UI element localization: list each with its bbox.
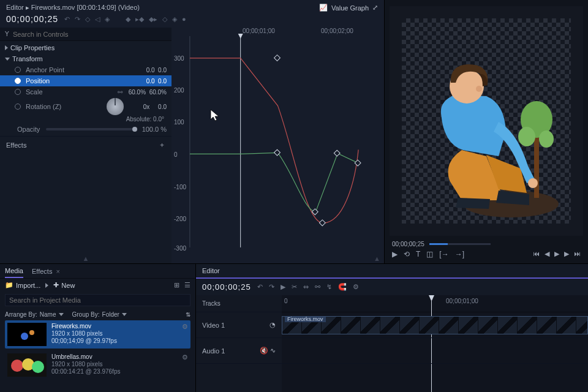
rotation-row[interactable]: Rotation (Z) 0x 0.0 — [0, 97, 172, 116]
svg-point-13 — [539, 130, 554, 148]
svg-rect-7 — [334, 150, 340, 156]
mouse-cursor-icon — [209, 108, 222, 122]
blade-icon[interactable]: ✂ — [292, 283, 297, 291]
kf-tool1-icon[interactable]: ◆ — [126, 15, 130, 23]
link-icon[interactable]: ⚯ — [315, 283, 320, 291]
svg-point-23 — [32, 361, 44, 373]
track-video-1[interactable]: Video 1 ◔ — [196, 312, 282, 338]
clip-properties-row[interactable]: Clip Properties — [0, 42, 172, 53]
timeline-clip-fireworks[interactable]: Fireworks.mov — [282, 316, 588, 334]
redo-icon[interactable]: ↷ — [269, 283, 274, 291]
gear-icon[interactable]: ⚙ — [182, 323, 188, 346]
grid-view-icon[interactable]: ⊞ — [174, 281, 179, 289]
timeline-tick: 0 — [284, 298, 288, 304]
svg-point-12 — [518, 127, 535, 146]
editor-panel: Editor ▸ Fireworks.mov [00:00:14:09] (Vi… — [0, 0, 385, 263]
eye-icon[interactable]: ◔ — [270, 321, 276, 329]
media-thumbnail — [7, 323, 47, 346]
timeline-header: Editor — [196, 264, 588, 279]
play-icon[interactable]: ▶ — [392, 250, 398, 258]
kf-nav-icon[interactable]: ◇ — [85, 15, 90, 23]
keyframe-toggle-icon[interactable] — [15, 104, 21, 110]
controls-column: 𝖸 Clip Properties Transform Anchor Point — [0, 28, 172, 263]
scale-row[interactable]: Scale ⚯ 60.0% 60.0% — [0, 86, 172, 97]
undo-icon[interactable]: ↶ — [257, 283, 263, 291]
effects-row[interactable]: Effects ＋ — [0, 136, 172, 153]
timeline-track-area[interactable]: 0 00;00;01;00 Fireworks.mov — [282, 295, 588, 392]
kf-add-icon[interactable]: ◈ — [105, 15, 110, 23]
controls-search-input[interactable] — [13, 31, 167, 38]
add-effect-icon[interactable]: ＋ — [159, 140, 165, 149]
timeline-panel: Editor 00;00;00;25 ↶ ↷ ▶ ✂ ⇔ ⚯ ↯ 🧲 ⚙ Tra… — [196, 264, 588, 392]
anchor-point-row[interactable]: Anchor Point 0.0 0.0 — [0, 64, 172, 75]
preview-viewport[interactable] — [390, 6, 583, 236]
opacity-slider[interactable] — [46, 128, 135, 130]
tab-media[interactable]: Media — [5, 265, 23, 278]
snap-icon[interactable]: ↯ — [326, 283, 332, 291]
svg-rect-3 — [274, 55, 281, 61]
filter-icon[interactable]: 𝖸 — [5, 30, 9, 38]
time-tick: 00;00;01;00 — [243, 28, 275, 34]
graph-icon: 📈 — [319, 4, 328, 12]
link-icon[interactable]: ⚯ — [118, 89, 123, 96]
loop-icon[interactable]: ⟲ — [404, 250, 410, 258]
new-button[interactable]: ✚ New — [53, 281, 75, 289]
svg-rect-6 — [319, 220, 325, 226]
keyframe-toggle-icon[interactable] — [15, 89, 21, 95]
editor-timecode[interactable]: 00;00;00;25 — [6, 14, 58, 24]
import-button[interactable]: 📁 Import... — [5, 281, 40, 289]
preview-progress[interactable] — [429, 243, 491, 245]
kf-tool6-icon[interactable]: ● — [182, 15, 186, 23]
gear-icon[interactable]: ⚙ — [353, 283, 359, 291]
expand-icon[interactable]: ⤢ — [372, 4, 378, 12]
keyframe-active-icon[interactable] — [15, 78, 21, 84]
goto-start-icon[interactable]: ⏮ — [533, 250, 540, 258]
mute-icon[interactable]: 🔇 — [260, 347, 268, 354]
tab-effects[interactable]: Effects — [32, 265, 52, 277]
media-search-input[interactable] — [5, 294, 190, 306]
crop-icon[interactable]: ◫ — [426, 250, 433, 258]
waveform-icon[interactable]: ∿ — [270, 347, 276, 354]
kf-tool4-icon[interactable]: ◇ — [162, 15, 167, 23]
undo-icon[interactable]: ↶ — [64, 15, 70, 23]
gear-icon[interactable]: ⚙ — [182, 353, 188, 377]
rotation-dial[interactable] — [107, 98, 124, 115]
magnet-icon[interactable]: 🧲 — [338, 283, 347, 291]
opacity-row[interactable]: Opacity 100.0 % — [0, 124, 172, 135]
caret-down-icon — [5, 58, 10, 61]
arrange-by-dropdown[interactable]: Arrange By: Name — [5, 311, 64, 318]
pointer-icon[interactable]: ▶ — [281, 283, 285, 291]
kf-tool3-icon[interactable]: ◆▸ — [149, 15, 157, 23]
preview-image — [407, 58, 566, 217]
kf-prev-icon[interactable]: ◁ — [95, 15, 100, 23]
goto-end-icon[interactable]: ⏭ — [574, 250, 581, 258]
position-row[interactable]: Position 0.0 0.0 — [0, 75, 172, 86]
track-audio-1[interactable]: Audio 1 🔇 ∿ — [196, 338, 282, 364]
group-by-dropdown[interactable]: Group By: Folder — [72, 311, 127, 318]
value-graph-toggle[interactable]: 📈 Value Graph ⤢ — [319, 4, 378, 12]
step-back-icon[interactable]: ◀ — [545, 250, 549, 258]
redo-icon[interactable]: ↷ — [75, 15, 80, 23]
rotation-absolute: Absolute: 0.0° — [0, 116, 172, 124]
list-view-icon[interactable]: ☰ — [184, 281, 190, 289]
keyframe-toggle-icon[interactable] — [15, 67, 21, 73]
sort-icon[interactable]: ⇅ — [186, 311, 190, 318]
text-icon[interactable]: T — [416, 250, 420, 258]
play2-icon[interactable]: ▶ — [554, 250, 559, 258]
bracket-out-icon[interactable]: →] — [455, 250, 464, 258]
step-fwd-icon[interactable]: ▶ — [564, 250, 569, 258]
media-item-umbrellas[interactable]: Umbrellas.mov 1920 x 1080 pixels 00:00:1… — [5, 351, 190, 379]
kf-tool5-icon[interactable]: ◈ — [172, 15, 177, 23]
kf-tool2-icon[interactable]: ▸◆ — [135, 15, 144, 23]
transform-row[interactable]: Transform — [0, 53, 172, 64]
bracket-in-icon[interactable]: [→ — [439, 250, 448, 258]
value-graph-area[interactable]: 00;00;01;00 00;00;02;00 300 200 100 0 -1… — [172, 28, 384, 263]
tab-close-icon[interactable]: × — [56, 268, 59, 275]
timeline-timecode[interactable]: 00;00;00;25 — [202, 282, 251, 292]
editor-title: Editor ▸ Fireworks.mov [00:00:14:09] (Vi… — [6, 4, 140, 12]
preview-panel: 00;00;00;25 ▶ ⟲ T ◫ [→ →] ⏮ ◀ ▶ ▶ ⏭ — [385, 0, 588, 263]
svg-point-16 — [476, 86, 482, 92]
slip-icon[interactable]: ⇔ — [303, 283, 309, 291]
media-item-fireworks[interactable]: Fireworks.mov 1920 x 1080 pixels 00;00;1… — [5, 320, 190, 349]
import-menu-icon[interactable] — [45, 283, 48, 288]
